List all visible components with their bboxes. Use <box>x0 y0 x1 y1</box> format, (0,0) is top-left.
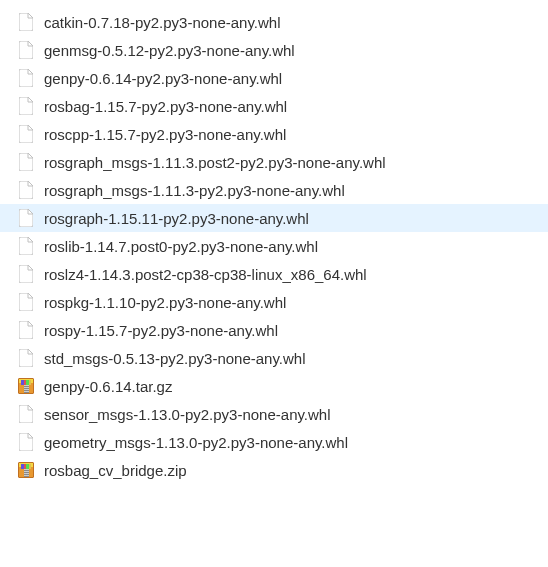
file-item[interactable]: rosgraph_msgs-1.11.3.post2-py2.py3-none-… <box>0 148 548 176</box>
file-name: genpy-0.6.14-py2.py3-none-any.whl <box>44 70 282 87</box>
file-item[interactable]: roslz4-1.14.3.post2-cp38-cp38-linux_x86_… <box>0 260 548 288</box>
file-name: sensor_msgs-1.13.0-py2.py3-none-any.whl <box>44 406 331 423</box>
file-name: genpy-0.6.14.tar.gz <box>44 378 172 395</box>
file-item[interactable]: rospy-1.15.7-py2.py3-none-any.whl <box>0 316 548 344</box>
file-name: rosgraph_msgs-1.11.3-py2.py3-none-any.wh… <box>44 182 345 199</box>
archive-icon <box>18 461 34 479</box>
file-item[interactable]: std_msgs-0.5.13-py2.py3-none-any.whl <box>0 344 548 372</box>
file-item[interactable]: genpy-0.6.14-py2.py3-none-any.whl <box>0 64 548 92</box>
file-name: std_msgs-0.5.13-py2.py3-none-any.whl <box>44 350 306 367</box>
file-item[interactable]: rosbag-1.15.7-py2.py3-none-any.whl <box>0 92 548 120</box>
file-item[interactable]: rosgraph-1.15.11-py2.py3-none-any.whl <box>0 204 548 232</box>
file-icon <box>18 69 34 87</box>
file-name: rospkg-1.1.10-py2.py3-none-any.whl <box>44 294 286 311</box>
file-icon <box>18 293 34 311</box>
file-item[interactable]: geometry_msgs-1.13.0-py2.py3-none-any.wh… <box>0 428 548 456</box>
file-name: roscpp-1.15.7-py2.py3-none-any.whl <box>44 126 286 143</box>
file-icon <box>18 405 34 423</box>
file-item[interactable]: roscpp-1.15.7-py2.py3-none-any.whl <box>0 120 548 148</box>
file-item[interactable]: roslib-1.14.7.post0-py2.py3-none-any.whl <box>0 232 548 260</box>
file-name: geometry_msgs-1.13.0-py2.py3-none-any.wh… <box>44 434 348 451</box>
file-item[interactable]: genpy-0.6.14.tar.gz <box>0 372 548 400</box>
file-name: roslz4-1.14.3.post2-cp38-cp38-linux_x86_… <box>44 266 367 283</box>
file-icon <box>18 153 34 171</box>
file-item[interactable]: genmsg-0.5.12-py2.py3-none-any.whl <box>0 36 548 64</box>
file-icon <box>18 181 34 199</box>
file-icon <box>18 13 34 31</box>
file-name: catkin-0.7.18-py2.py3-none-any.whl <box>44 14 281 31</box>
file-name: roslib-1.14.7.post0-py2.py3-none-any.whl <box>44 238 318 255</box>
file-icon <box>18 41 34 59</box>
file-icon <box>18 321 34 339</box>
file-icon <box>18 125 34 143</box>
file-list: catkin-0.7.18-py2.py3-none-any.whlgenmsg… <box>0 8 548 484</box>
file-item[interactable]: rosbag_cv_bridge.zip <box>0 456 548 484</box>
file-name: genmsg-0.5.12-py2.py3-none-any.whl <box>44 42 295 59</box>
file-name: rosbag-1.15.7-py2.py3-none-any.whl <box>44 98 287 115</box>
file-icon <box>18 237 34 255</box>
file-item[interactable]: rosgraph_msgs-1.11.3-py2.py3-none-any.wh… <box>0 176 548 204</box>
file-name: rospy-1.15.7-py2.py3-none-any.whl <box>44 322 278 339</box>
file-name: rosbag_cv_bridge.zip <box>44 462 187 479</box>
file-icon <box>18 209 34 227</box>
archive-icon <box>18 377 34 395</box>
file-name: rosgraph-1.15.11-py2.py3-none-any.whl <box>44 210 309 227</box>
file-icon <box>18 265 34 283</box>
file-item[interactable]: sensor_msgs-1.13.0-py2.py3-none-any.whl <box>0 400 548 428</box>
file-name: rosgraph_msgs-1.11.3.post2-py2.py3-none-… <box>44 154 386 171</box>
file-item[interactable]: catkin-0.7.18-py2.py3-none-any.whl <box>0 8 548 36</box>
file-icon <box>18 97 34 115</box>
file-icon <box>18 433 34 451</box>
file-icon <box>18 349 34 367</box>
file-item[interactable]: rospkg-1.1.10-py2.py3-none-any.whl <box>0 288 548 316</box>
